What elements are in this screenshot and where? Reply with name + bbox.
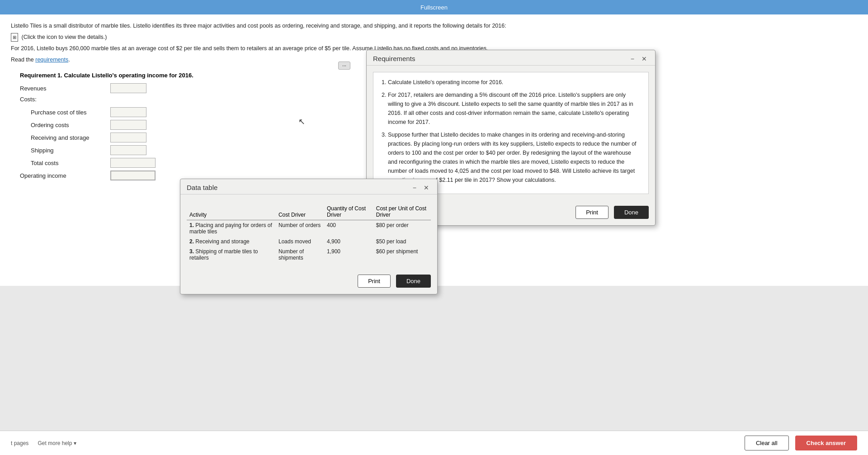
table-row: 1. Placing and paying for orders of marb… bbox=[187, 220, 431, 237]
requirement-item-1: Calculate Listello's operating income fo… bbox=[388, 78, 642, 87]
requirements-close-button[interactable]: ✕ bbox=[640, 55, 649, 62]
requirement-item-3: Suppose further that Listello decides to… bbox=[388, 130, 642, 185]
data-table-modal-body: Activity Cost Driver Quantity of Cost Dr… bbox=[180, 194, 437, 269]
data-table-print-button[interactable]: Print bbox=[358, 275, 391, 288]
data-table-modal-buttons: Print Done bbox=[180, 269, 437, 294]
data-table-modal-header: Data table − ✕ bbox=[180, 179, 437, 194]
bottom-bar: t pages Get more help ▾ Clear all Check … bbox=[0, 431, 868, 455]
revenues-label: Revenues bbox=[20, 85, 110, 92]
receiving-label: Receiving and storage bbox=[20, 134, 110, 141]
requirement-item-2: For 2017, retailers are demanding a 5% d… bbox=[388, 90, 642, 127]
col-activity: Activity bbox=[187, 204, 276, 220]
data-table-minimize-button[interactable]: − bbox=[411, 184, 418, 191]
clear-all-button[interactable]: Clear all bbox=[745, 436, 789, 450]
bottom-right: Clear all Check answer bbox=[745, 436, 857, 450]
data-table-modal-title: Data table bbox=[187, 184, 217, 191]
data-table: Activity Cost Driver Quantity of Cost Dr… bbox=[187, 204, 431, 263]
requirements-modal-header: Requirements − ✕ bbox=[367, 50, 655, 66]
table-row: 2. Receiving and storage Loads moved 4,9… bbox=[187, 237, 431, 246]
requirements-done-button[interactable]: Done bbox=[614, 206, 649, 219]
ordering-label: Ordering costs bbox=[20, 122, 110, 128]
data-table-modal-controls: − ✕ bbox=[411, 184, 431, 191]
data-table-modal: Data table − ✕ Activity Cost Driver Quan… bbox=[180, 179, 438, 294]
ellipsis-button[interactable]: ··· bbox=[338, 62, 350, 70]
check-answer-button[interactable]: Check answer bbox=[795, 436, 857, 450]
top-bar: Fullscreen bbox=[0, 0, 868, 14]
top-bar-label: Fullscreen bbox=[420, 4, 448, 11]
operating-income-label: Operating income bbox=[20, 172, 110, 179]
requirements-print-button[interactable]: Print bbox=[576, 206, 609, 219]
shipping-label: Shipping bbox=[20, 147, 110, 154]
receiving-input[interactable] bbox=[110, 133, 146, 142]
col-cost-per-unit: Cost per Unit of Cost Driver bbox=[373, 204, 431, 220]
table-icon[interactable]: ⊞ bbox=[11, 33, 18, 42]
operating-income-input[interactable] bbox=[110, 171, 156, 180]
requirements-list: Calculate Listello's operating income fo… bbox=[373, 72, 649, 194]
data-table-close-button[interactable]: ✕ bbox=[422, 184, 431, 191]
data-table-done-button[interactable]: Done bbox=[396, 275, 431, 288]
intro-line1: Listello Tiles is a small distributor of… bbox=[11, 22, 857, 30]
purchase-label: Purchase cost of tiles bbox=[20, 109, 110, 116]
total-costs-input[interactable] bbox=[110, 158, 156, 168]
shipping-input[interactable] bbox=[110, 145, 146, 155]
revenues-input[interactable] bbox=[110, 83, 146, 93]
pages-label: t pages bbox=[11, 440, 28, 446]
intro-line2: ⊞ (Click the icon to view the details.) bbox=[11, 33, 857, 42]
col-cost-driver: Cost Driver bbox=[276, 204, 324, 220]
ordering-input[interactable] bbox=[110, 120, 146, 130]
costs-label: Costs: bbox=[20, 96, 110, 103]
requirements-minimize-button[interactable]: − bbox=[629, 55, 636, 62]
get-help-button[interactable]: Get more help ▾ bbox=[38, 440, 76, 446]
table-row: 3. Shipping of marble tiles to retailers… bbox=[187, 246, 431, 263]
total-costs-label: Total costs bbox=[20, 160, 110, 166]
requirements-link[interactable]: requirements bbox=[35, 57, 68, 63]
purchase-input[interactable] bbox=[110, 107, 146, 117]
requirements-modal-title: Requirements bbox=[373, 55, 415, 62]
bottom-left: t pages Get more help ▾ bbox=[11, 440, 76, 446]
col-quantity: Quantity of Cost Driver bbox=[324, 204, 373, 220]
requirements-modal-controls: − ✕ bbox=[629, 55, 649, 62]
